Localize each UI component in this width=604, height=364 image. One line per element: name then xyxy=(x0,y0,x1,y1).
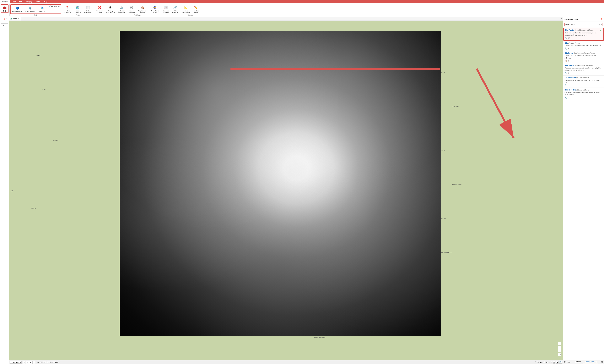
menu-tab-imagery[interactable]: Imagery xyxy=(24,0,34,3)
pairwise-buffer-button[interactable]: 🔵 Pairwise Buffer xyxy=(11,5,24,13)
app-container: Analysis View Edit Imagery Share Help 🧰 … xyxy=(0,0,604,364)
tin-raster-tool-icon[interactable]: 🔧 xyxy=(565,84,567,86)
map-tab[interactable]: 🗺️ Map ✕ xyxy=(9,17,21,21)
clip-layer-diamond-icon[interactable]: ◈ xyxy=(570,60,572,62)
menu-tab-analysis[interactable]: Analysis xyxy=(0,0,10,3)
geo-panel-pin-btn[interactable]: 📌 xyxy=(600,18,603,21)
business-analysis-button[interactable]: 📈 BusinessAnalysis ▾ xyxy=(161,4,170,14)
split-raster-header: Split Raster (Data Management Tools) xyxy=(565,64,603,66)
network-analysis-icon: 🕸️ xyxy=(129,5,134,10)
refresh-btn[interactable]: 🔄 xyxy=(559,361,562,364)
data-interop-button[interactable]: 🔗 DataInterop ▾ xyxy=(171,4,179,14)
workflows-group-label: Workflows xyxy=(94,14,180,16)
result-tin-to-raster[interactable]: TIN To Raster (3D Analyst Tools) Interpo… xyxy=(563,75,604,88)
geo-panel-title: Geoprocessing xyxy=(565,18,579,20)
nav-tools: ⊞ ⊟ ▸ ▾ xyxy=(23,361,35,364)
raster-analysis-button[interactable]: 🗺️ RasterAnalysis ▾ xyxy=(73,4,82,14)
menu-tab-help[interactable]: Help xyxy=(42,0,49,3)
clip-layer-icons: 📋 ⊞ ◈ xyxy=(565,60,603,62)
clip-layer-tool-icon[interactable]: 📋 xyxy=(565,60,567,62)
result-raster-to-tin[interactable]: Raster To TIN (3D Analyst Tools) Convert… xyxy=(563,88,604,100)
feature-analysis-icon: 📍 xyxy=(65,5,70,10)
raster-functions-icon: 📐 xyxy=(184,5,189,10)
collapse-left-btn[interactable]: ▾ xyxy=(0,18,3,20)
result-clip-layer[interactable]: Clip Layer (GeoAnalytics Desktop Tools) … xyxy=(563,51,604,63)
geo-panel-minimize-btn[interactable]: ▾ xyxy=(597,18,599,21)
bookmark-btn[interactable]: ⊞ xyxy=(23,361,26,364)
map-label-14: Tokaido Shinkansen xyxy=(314,336,326,338)
exploratory-analysis-button[interactable]: 🔬 ExploratoryAnalysis ▾ xyxy=(116,4,127,14)
geostatistical-wizard-button[interactable]: 🧙 GeostatisticalWizard xyxy=(149,4,161,14)
data-engineering-button[interactable]: 📊 DataEngineering xyxy=(83,4,93,14)
clip-table-icon[interactable]: ⊞ xyxy=(568,47,569,49)
result-clip[interactable]: Clip (Analysis Tools) Extracts input fea… xyxy=(563,41,604,51)
exploratory-analysis-icon: 🔬 xyxy=(119,5,124,10)
clip-layer-header: Clip Layer (GeoAnalytics Desktop Tools) xyxy=(565,52,603,54)
clip-raster-tool-icon[interactable]: 🔧 xyxy=(565,37,567,39)
expand-arrow[interactable]: ▾ xyxy=(54,8,54,10)
function-editor-button[interactable]: ✏️ FunctionEditor xyxy=(192,4,200,14)
draw-tool-btn[interactable] xyxy=(0,24,5,28)
pairwise-clip-button[interactable]: ✂️ Pairwise Clip xyxy=(48,5,60,8)
squeeze-within-button[interactable]: ⚙️ Squeeze Within xyxy=(24,5,37,13)
menu-tab-edit[interactable]: Edit xyxy=(17,0,24,3)
selection-btn[interactable]: □ xyxy=(553,361,555,364)
left-search-dropdown[interactable]: ▾ xyxy=(6,22,6,23)
map-label-1: 中央市 xyxy=(37,55,40,57)
home-btn[interactable]: ⌂ xyxy=(558,349,561,352)
map-options-btn[interactable]: ▾ xyxy=(560,18,563,20)
nav-forward-btn[interactable]: ▸ xyxy=(29,361,32,364)
clip-raster-icons: 🔧 ⊞ xyxy=(565,37,602,39)
tools-button[interactable]: 🧰 Tools xyxy=(1,4,9,13)
split-raster-tool-icon[interactable]: 🔧 xyxy=(565,72,567,74)
feature-analysis-button[interactable]: 📍 FeatureAnalysis ▾ xyxy=(63,4,72,14)
spatial-join-button[interactable]: 🗺️ Spatial Join xyxy=(37,5,47,13)
search-back-btn[interactable]: ◀ xyxy=(566,23,567,25)
clip-layer-table-icon[interactable]: ⊞ xyxy=(568,60,569,62)
clip-tool-icon[interactable]: 🔧 xyxy=(565,47,567,49)
split-raster-table-icon[interactable]: ⊞ xyxy=(568,72,569,74)
coord-dropdown-btn[interactable]: ▾ xyxy=(60,361,61,363)
table-btn[interactable]: ⊟ xyxy=(26,361,29,364)
clip-raster-title: Clip Raster (Data Management Tools) xyxy=(565,29,593,31)
visibility-3d-button[interactable]: 👁️ Visibility3D Analysis ▾ xyxy=(105,4,116,14)
main-area: ▾ 📌 ✕ ▾ 🗺️ Map ✕ xyxy=(0,17,604,364)
raster-tin-tool-icon[interactable]: 🔧 xyxy=(565,97,567,99)
network-analysis-button[interactable]: 🕸️ NetworkAnalysis ▾ xyxy=(127,4,136,14)
geoprocessing-tab[interactable]: Geoprocessing xyxy=(583,361,598,364)
menu-tab-view[interactable]: View xyxy=(10,0,17,3)
close-left-btn[interactable]: ✕ xyxy=(6,18,8,20)
search-dropdown-btn[interactable]: ▾ xyxy=(601,24,602,25)
tin-raster-header: TIN To Raster (3D Analyst Tools) xyxy=(565,77,603,79)
clip-layer-title: Clip Layer (GeoAnalytics Desktop Tools) xyxy=(565,52,595,54)
raster-functions-button[interactable]: 📐 RasterFunctions ▾ xyxy=(181,4,191,14)
ribbon: 🧰 Tools 🔵 Pairwise Buffer ⚙️ xyxy=(0,3,604,17)
left-search-input[interactable] xyxy=(1,21,6,23)
ribbon-group-tools-large: 🧰 Tools xyxy=(0,4,9,16)
zoom-out-btn[interactable]: − xyxy=(558,346,561,349)
pin-left-btn[interactable]: 📌 xyxy=(3,18,6,20)
result-clip-raster[interactable]: Clip Raster (Data Management Tools) ✔ Cu… xyxy=(563,28,604,41)
clip-title: Clip (Analysis Tools) xyxy=(565,42,580,44)
map-tab-close-btn[interactable]: ✕ xyxy=(18,18,19,20)
full-extent-btn[interactable]: ⛶ xyxy=(558,352,561,356)
search-clear-btn[interactable]: ✕ xyxy=(599,23,600,25)
scale-selector[interactable]: 1:346,858 xyxy=(10,361,22,364)
suitability-modeler-button[interactable]: 🎯 SuitabilityModeler xyxy=(95,4,104,14)
zoom-in-btn[interactable]: + xyxy=(558,342,561,345)
map-canvas[interactable]: 中央市 早川町 南巨摩郡 静岡 PA 道志村 Doshi Mura 山北町 Ya… xyxy=(9,21,563,360)
neighborhood-explorer-button[interactable]: 🏘️ NeighborhoodExplorer xyxy=(137,4,149,14)
catalog-tab[interactable]: Catalog xyxy=(573,361,583,364)
geoprocessing-search-input[interactable] xyxy=(567,23,599,25)
pause-btn[interactable]: ⏸ xyxy=(556,361,558,364)
ribbon-group-workflows: 🎯 SuitabilityModeler 👁️ Visibility3D Ana… xyxy=(94,4,180,16)
nav-dropdown-btn[interactable]: ▾ xyxy=(32,361,35,364)
menu-tab-share[interactable]: Share xyxy=(34,0,42,3)
clip-raster-table-icon[interactable]: ⊞ xyxy=(568,37,570,39)
map-tab-icon: 🗺️ xyxy=(10,18,13,20)
status-info: 🖱️ Selected Features: 0 □ ⏸ 🔄 xyxy=(534,361,562,364)
result-split-raster[interactable]: Split Raster (Data Management Tools) Div… xyxy=(563,63,604,75)
grid-view-btn[interactable]: ⊞ xyxy=(601,361,603,363)
map-tab-bar: 🗺️ Map ✕ ▾ xyxy=(9,17,563,21)
tools-group-label: Tools xyxy=(10,14,62,16)
